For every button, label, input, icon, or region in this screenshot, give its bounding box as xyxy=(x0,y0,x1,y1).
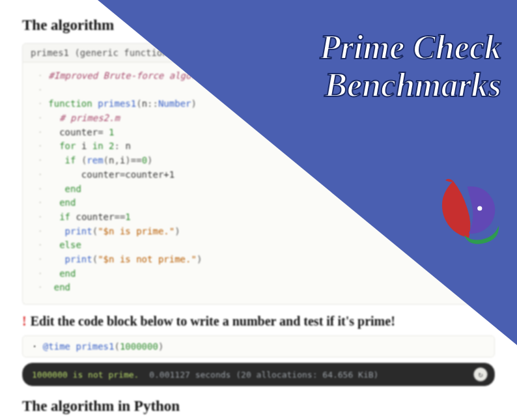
time-macro: @time xyxy=(43,341,70,352)
julia-function-signature: primes1 (generic function with 1 method) xyxy=(22,43,495,63)
section-title-python: The algorithm in Python xyxy=(22,398,495,415)
time-code-block[interactable]: · @time primes1(1000000) xyxy=(22,335,495,357)
julia-code-block: · #Improved Brute-force algorithm · · fu… xyxy=(22,63,495,305)
function-name: primes1 xyxy=(98,98,136,109)
time-arg: 1000000 xyxy=(120,341,158,352)
terminal-output: 1000000 is not prime. 0.001127 seconds (… xyxy=(22,363,495,386)
keyword-function: function xyxy=(48,98,92,109)
terminal-timing: 0.001127 seconds (20 allocations: 64.656… xyxy=(149,370,378,380)
time-call: primes1 xyxy=(76,341,114,352)
section-title-algorithm: The algorithm xyxy=(22,17,495,34)
terminal-result: 1000000 is not prime. xyxy=(32,370,139,380)
edit-instruction: !Edit the code block below to write a nu… xyxy=(22,314,495,329)
exclamation-icon: ! xyxy=(22,314,27,328)
reload-icon[interactable]: ↻ xyxy=(473,367,488,382)
document-page: The algorithm primes1 (generic function … xyxy=(0,0,517,420)
instruction-text: Edit the code block below to write a num… xyxy=(31,314,395,328)
code-comment: #Improved Brute-force algorithm xyxy=(48,70,218,81)
